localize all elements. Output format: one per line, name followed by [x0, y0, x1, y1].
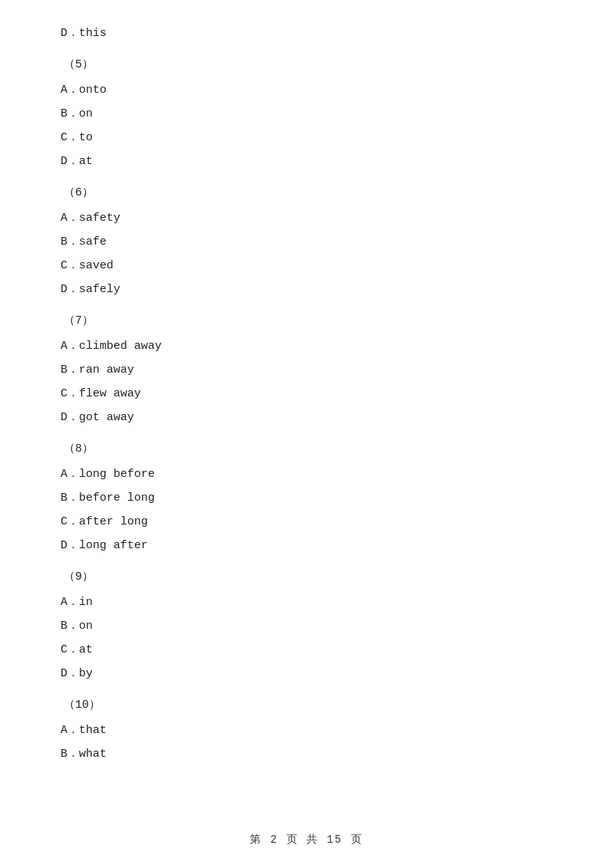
option-item: A．climbed away — [57, 336, 556, 357]
page-content: D．this（5）A．ontoB．onC．toD．at（6）A．safetyB．… — [0, 0, 613, 814]
option-item: B．what — [57, 744, 556, 764]
option-item: C．saved — [57, 255, 556, 276]
question-number: （5） — [57, 54, 556, 75]
option-item: A．in — [57, 592, 556, 613]
option-item: B．ran away — [57, 360, 556, 380]
question-number: （9） — [57, 567, 556, 587]
question-number: （6） — [57, 182, 556, 203]
option-item: D．this — [57, 23, 556, 44]
option-item: B．on — [57, 616, 556, 636]
option-item: A．long before — [57, 464, 556, 485]
option-item: B．before long — [57, 488, 556, 508]
option-item: B．on — [57, 104, 556, 124]
option-item: D．got away — [57, 407, 556, 428]
option-item: A．safety — [57, 208, 556, 229]
option-item: D．long after — [57, 535, 556, 556]
option-item: D．at — [57, 151, 556, 172]
question-number: （10） — [57, 695, 556, 715]
footer-text: 第 2 页 共 15 页 — [250, 833, 362, 846]
option-item: C．flew away — [57, 383, 556, 404]
question-number: （8） — [57, 439, 556, 459]
option-item: D．safely — [57, 279, 556, 300]
option-item: D．by — [57, 663, 556, 684]
option-item: B．safe — [57, 232, 556, 252]
option-item: A．that — [57, 720, 556, 741]
option-item: C．at — [57, 639, 556, 660]
option-item: C．after long — [57, 511, 556, 532]
option-item: C．to — [57, 127, 556, 148]
question-number: （7） — [57, 311, 556, 331]
option-item: A．onto — [57, 80, 556, 100]
page-footer: 第 2 页 共 15 页 — [0, 833, 613, 847]
